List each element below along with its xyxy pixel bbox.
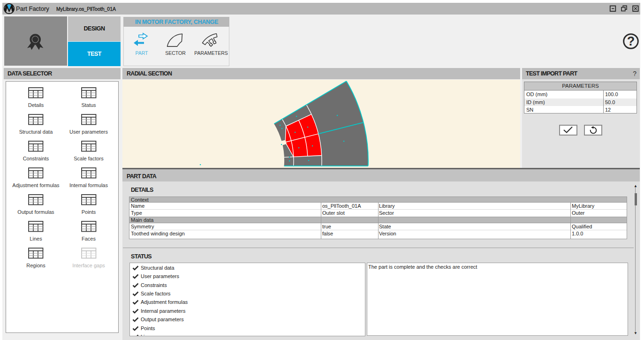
svg-text:?: ? (627, 34, 635, 48)
